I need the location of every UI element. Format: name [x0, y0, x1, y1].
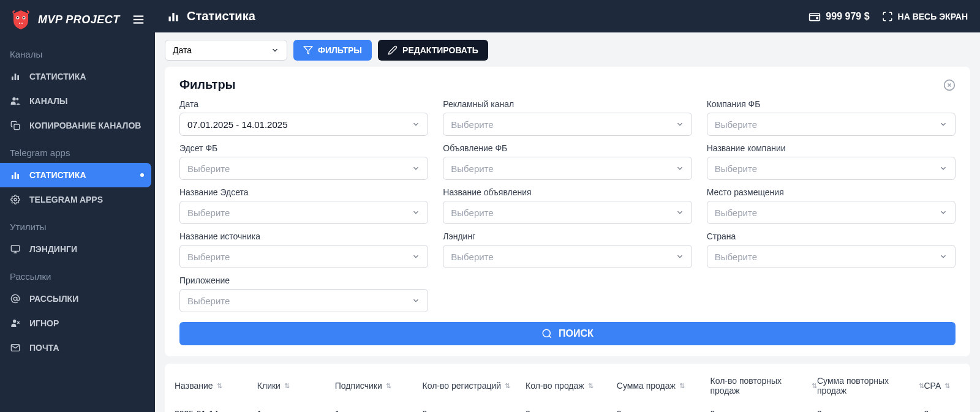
filter-label: Название объявления — [443, 187, 692, 197]
bar-chart-icon — [10, 170, 21, 180]
svg-point-31 — [816, 17, 818, 19]
filter-label: Название компании — [707, 143, 956, 153]
chevron-down-icon — [271, 46, 279, 54]
chevron-down-icon — [412, 252, 420, 261]
filter-select[interactable]: Выберите — [443, 113, 692, 136]
toolbar: Дата ФИЛЬТРЫ РЕДАКТИРОВАТЬ — [165, 40, 970, 61]
table-column-header[interactable]: Кол-во повторных продаж⇅ — [710, 376, 818, 395]
search-button[interactable]: ПОИСК — [179, 322, 956, 345]
page-title-text: Статистика — [187, 9, 255, 23]
search-button-label: ПОИСК — [559, 328, 594, 339]
table-column-header[interactable]: Подписчики⇅ — [335, 376, 423, 395]
table-cell: 1 — [257, 409, 335, 412]
table-row: 2025-01-1411000000 — [175, 403, 960, 412]
sidebar-item-label: TELEGRAM APPS — [29, 195, 103, 204]
filter-select[interactable]: Выберите — [707, 201, 956, 224]
fullscreen-button[interactable]: НА ВЕСЬ ЭКРАН — [882, 11, 968, 22]
date-select-label: Дата — [173, 45, 192, 55]
brand-text: MVP PROJECT — [38, 13, 120, 26]
balance[interactable]: 999 979 $ — [809, 10, 869, 23]
sidebar-item[interactable]: КОПИРОВАНИЕ КАНАЛОВ — [0, 113, 155, 138]
filter-value: Выберите — [715, 163, 757, 174]
main: Статистика 999 979 $ НА ВЕСЬ ЭКРАН — [155, 0, 980, 412]
svg-point-22 — [13, 297, 17, 300]
chevron-down-icon — [676, 252, 684, 261]
table-column-header[interactable]: Кол-во продаж⇅ — [526, 376, 617, 395]
filter-label: Место размещения — [707, 187, 956, 197]
filter-select[interactable]: Выберите — [179, 201, 428, 224]
sidebar-section-title: Рассылки — [0, 261, 155, 287]
table-cell: 2025-01-14 — [175, 409, 257, 412]
table-column-header[interactable]: Сумма продаж⇅ — [617, 376, 710, 395]
svg-point-2 — [17, 17, 18, 18]
filter-select[interactable]: 07.01.2025 - 14.01.2025 — [179, 113, 428, 136]
sort-icon: ⇅ — [284, 382, 290, 390]
filter-label: Рекламный канал — [443, 99, 692, 109]
date-grouping-select[interactable]: Дата — [165, 40, 287, 61]
svg-rect-15 — [12, 175, 13, 179]
filter-select[interactable]: Выберите — [707, 245, 956, 268]
filter-select[interactable]: Выберите — [443, 157, 692, 180]
table-column-header[interactable]: CPA⇅ — [924, 376, 960, 395]
svg-rect-29 — [176, 15, 178, 21]
svg-point-4 — [19, 23, 20, 24]
filter-select[interactable]: Выберите — [179, 157, 428, 180]
sidebar-item[interactable]: ПОЧТА — [0, 335, 155, 360]
mail-icon — [10, 343, 21, 353]
filter-select[interactable]: Выберите — [707, 157, 956, 180]
edit-button-label: РЕДАКТИРОВАТЬ — [402, 45, 478, 55]
filters-button[interactable]: ФИЛЬТРЫ — [293, 40, 372, 61]
content-area: Дата ФИЛЬТРЫ РЕДАКТИРОВАТЬ Фильтры — [155, 32, 980, 412]
svg-rect-28 — [172, 13, 174, 21]
sidebar-item[interactable]: СТАТИСТИКА — [0, 163, 151, 187]
menu-toggle-icon[interactable] — [132, 13, 145, 26]
fullscreen-icon — [882, 11, 893, 22]
filter-select[interactable]: Выберите — [707, 113, 956, 136]
chevron-down-icon — [939, 208, 948, 217]
balance-amount: 999 979 $ — [826, 11, 869, 22]
svg-rect-19 — [11, 245, 19, 251]
edit-button[interactable]: РЕДАКТИРОВАТЬ — [378, 40, 488, 61]
filter-field: Рекламный каналВыберите — [443, 99, 692, 136]
sidebar-item[interactable]: РАССЫЛКИ — [0, 287, 155, 311]
column-label: CPA — [924, 381, 941, 391]
filter-field: Место размещенияВыберите — [707, 187, 956, 224]
sidebar-item[interactable]: ИГНОР — [0, 311, 155, 335]
svg-marker-32 — [304, 47, 312, 54]
column-label: Подписчики — [335, 381, 382, 391]
sidebar-item-label: КОПИРОВАНИЕ КАНАЛОВ — [29, 121, 141, 130]
sidebar-item[interactable]: ЛЭНДИНГИ — [0, 237, 155, 261]
filter-value: Выберите — [451, 163, 493, 174]
users-icon — [10, 96, 21, 106]
bar-chart-icon — [10, 72, 21, 81]
sidebar-item[interactable]: КАНАЛЫ — [0, 89, 155, 113]
sidebar: MVP PROJECT КаналыСТАТИСТИКАКАНАЛЫКОПИРО… — [0, 0, 155, 412]
svg-rect-16 — [15, 172, 17, 179]
svg-rect-9 — [12, 77, 13, 80]
sidebar-item-label: ИГНОР — [29, 318, 59, 328]
sidebar-item[interactable]: СТАТИСТИКА — [0, 64, 155, 89]
chevron-down-icon — [676, 208, 684, 217]
filter-select[interactable]: Выберите — [443, 245, 692, 268]
table-column-header[interactable]: Сумма повторных продаж⇅ — [817, 376, 924, 395]
sort-icon: ⇅ — [679, 382, 685, 390]
sidebar-section-title: Telegram apps — [0, 138, 155, 163]
search-icon — [541, 328, 552, 339]
svg-point-3 — [23, 17, 24, 18]
wallet-icon — [809, 10, 821, 23]
sidebar-item[interactable]: TELEGRAM APPS — [0, 187, 155, 212]
filter-select[interactable]: Выберите — [443, 201, 692, 224]
table-column-header[interactable]: Название⇅ — [175, 376, 257, 395]
table-column-header[interactable]: Клики⇅ — [257, 376, 335, 395]
filter-label: Приложение — [179, 275, 428, 285]
chevron-down-icon — [939, 164, 948, 173]
filters-title: Фильтры — [179, 78, 236, 92]
chevron-down-icon — [412, 164, 420, 173]
filter-field: ПриложениеВыберите — [179, 275, 428, 312]
filter-select[interactable]: Выберите — [179, 289, 428, 312]
filter-select[interactable]: Выберите — [179, 245, 428, 268]
filter-field: Дата07.01.2025 - 14.01.2025 — [179, 99, 428, 136]
sidebar-item-label: ПОЧТА — [29, 343, 59, 353]
table-column-header[interactable]: Кол-во регистраций⇅ — [423, 376, 526, 395]
close-icon[interactable] — [943, 79, 956, 91]
